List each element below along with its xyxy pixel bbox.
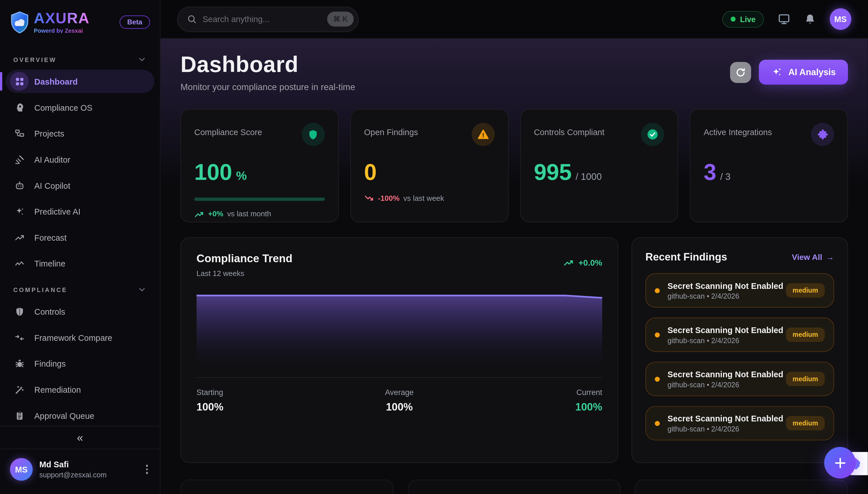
finding-meta: github-scan • 2/4/2026 <box>668 292 783 300</box>
finding-list-item[interactable]: Secret Scanning Not Enabledgithub-scan •… <box>645 318 834 352</box>
stat-trend-row: -100%vs last week <box>364 194 495 203</box>
refresh-icon <box>735 66 746 78</box>
chart-footer-label: Starting <box>197 388 332 397</box>
sidebar-item-compliance-os[interactable]: Compliance OS <box>5 96 154 119</box>
severity-dot-icon <box>655 376 660 381</box>
sidebar-item-approval-queue[interactable]: Approval Queue <box>5 404 154 426</box>
partial-card <box>635 480 848 494</box>
sidebar-item-controls[interactable]: Controls <box>5 300 154 323</box>
topbar-avatar[interactable]: MS <box>830 8 851 30</box>
chart-change-badge: +0.0% <box>564 258 602 267</box>
sidebar-item-label: Compliance OS <box>34 103 93 112</box>
sidebar-item-timeline[interactable]: Timeline <box>5 252 154 275</box>
chart-footer-value: 100% <box>386 401 413 413</box>
chart-footer-divider <box>197 377 602 378</box>
sidebar-item-projects[interactable]: Projects <box>5 122 154 145</box>
chart-footer-value: 100% <box>575 401 602 413</box>
stat-card-value: 995/ 1000 <box>534 159 664 185</box>
sidebar-item-label: Remediation <box>34 385 81 394</box>
stat-trend-row: +0%vs last month <box>194 210 325 218</box>
stat-trend-label: vs last month <box>227 210 271 218</box>
recent-findings-panel: Recent Findings View All → Secret Scanni… <box>631 237 848 463</box>
wand-icon <box>10 380 29 399</box>
stat-card-title: Controls Compliant <box>534 123 605 136</box>
search-icon <box>187 14 197 24</box>
user-menu-kebab-icon[interactable] <box>144 463 150 476</box>
sidebar-section-header-overview[interactable]: OVERVIEW <box>0 48 160 70</box>
user-name: Md Safi <box>39 460 107 469</box>
severity-dot-icon <box>655 332 660 337</box>
merge-icon <box>10 328 29 347</box>
partial-card <box>408 480 621 494</box>
stat-card-value: 3/ 3 <box>703 159 834 185</box>
sidebar-item-label: Controls <box>34 307 66 316</box>
refresh-button[interactable] <box>730 62 751 83</box>
finding-list-item[interactable]: Secret Scanning Not Enabledgithub-scan •… <box>645 362 834 396</box>
finding-title: Secret Scanning Not Enabled <box>668 281 783 290</box>
activity-icon <box>10 254 29 273</box>
view-all-link[interactable]: View All → <box>792 253 834 262</box>
finding-list-item[interactable]: Secret Scanning Not Enabledgithub-scan •… <box>645 273 834 308</box>
findings-list: Secret Scanning Not Enabledgithub-scan •… <box>645 273 834 440</box>
stats-row: Compliance Score100%+0%vs last monthOpen… <box>181 109 848 222</box>
app-root: AXURA Powerd by Zesxai Beta OVERVIEWDash… <box>0 0 868 494</box>
stat-card-title: Active Integrations <box>703 123 772 136</box>
stat-card-value: 100% <box>194 159 325 185</box>
display-monitor-icon[interactable] <box>778 13 790 25</box>
sidebar-section-header-compliance[interactable]: COMPLIANCE <box>0 278 160 300</box>
add-fab-button[interactable] <box>824 447 856 478</box>
search-box: ⌘ K <box>177 6 358 32</box>
sidebar-item-framework-compare[interactable]: Framework Compare <box>5 326 154 349</box>
chart-footer-stats: Starting100%Average100%Current100% <box>197 388 602 413</box>
sidebar-item-label: AI Copilot <box>34 181 70 190</box>
trend-up-icon <box>194 210 204 218</box>
partial-card <box>181 480 393 494</box>
chart-footer-label: Average <box>385 388 413 397</box>
finding-list-item[interactable]: Secret Scanning Not Enabledgithub-scan •… <box>645 406 834 440</box>
sidebar: AXURA Powerd by Zesxai Beta OVERVIEWDash… <box>0 0 161 494</box>
sidebar-item-ai-copilot[interactable]: AI Copilot <box>5 174 154 197</box>
stat-trend-label: vs last week <box>403 194 444 203</box>
sidebar-item-findings[interactable]: Findings <box>5 352 154 375</box>
chart-title: Compliance Trend <box>197 252 293 265</box>
sidebar-item-dashboard[interactable]: Dashboard <box>5 70 154 93</box>
sidebar-item-label: Findings <box>34 359 66 368</box>
trend-up-icon <box>564 259 574 267</box>
chart-footer-value: 100% <box>197 401 332 413</box>
finding-title: Secret Scanning Not Enabled <box>668 413 783 423</box>
brand-name: AXURA <box>34 11 90 26</box>
stat-value-suffix: / 3 <box>720 172 731 183</box>
grid-icon <box>10 72 29 91</box>
stat-card-open-findings: Open Findings0-100%vs last week <box>350 109 509 222</box>
chart-footer-label: Current <box>576 388 602 397</box>
search-input[interactable] <box>203 14 322 24</box>
stat-trend-value: +0% <box>208 210 223 218</box>
chart-subtitle: Last 12 weeks <box>197 269 293 278</box>
next-cards-row <box>181 480 848 494</box>
warning-icon <box>471 123 495 146</box>
sidebar-item-ai-auditor[interactable]: AI Auditor <box>5 148 154 171</box>
finding-meta: github-scan • 2/4/2026 <box>668 380 783 389</box>
finding-meta: github-scan • 2/4/2026 <box>668 424 783 433</box>
head-icon <box>10 98 29 117</box>
bug-icon <box>10 354 29 373</box>
findings-title: Recent Findings <box>645 251 727 263</box>
stat-value-number: 0 <box>364 159 376 185</box>
notifications-bell-icon[interactable] <box>804 13 816 25</box>
user-avatar[interactable]: MS <box>10 458 33 481</box>
sidebar-item-remediation[interactable]: Remediation <box>5 378 154 401</box>
sidebar-collapse-button[interactable]: « <box>0 426 160 449</box>
live-dot-icon <box>731 17 735 21</box>
stat-card-active-integrations: Active Integrations3/ 3 <box>690 109 848 222</box>
sidebar-item-label: Timeline <box>34 259 66 268</box>
sidebar-user-row: MS Md Safi support@zesxai.com <box>0 449 160 494</box>
compliance-trend-area-chart <box>197 292 602 369</box>
stat-value-number: 100 <box>194 159 232 185</box>
sidebar-item-forecast[interactable]: Forecast <box>5 226 154 249</box>
sidebar-item-label: Projects <box>34 129 64 138</box>
clipboard-icon <box>10 406 29 425</box>
severity-badge: medium <box>786 416 825 430</box>
sidebar-item-predictive-ai[interactable]: Predictive AI <box>5 200 154 223</box>
ai-analysis-button[interactable]: AI Analysis <box>759 60 848 84</box>
sidebar-item-label: AI Auditor <box>34 155 70 164</box>
